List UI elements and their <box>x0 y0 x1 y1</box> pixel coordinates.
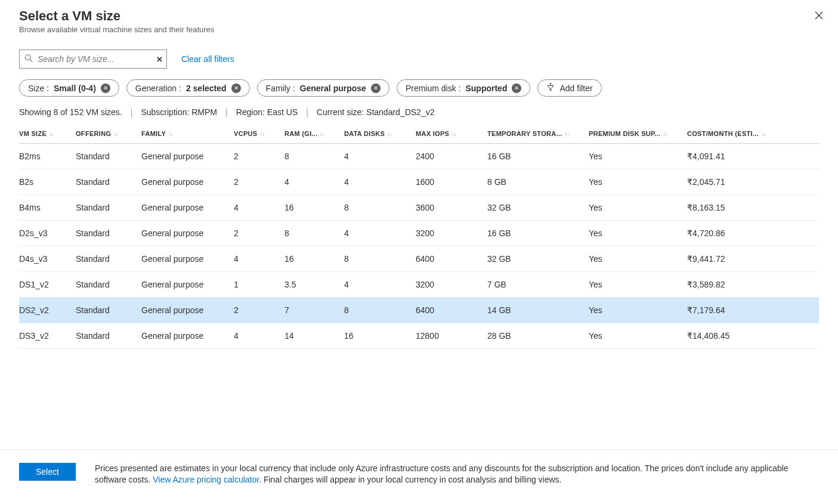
search-clear-button[interactable]: ✕ <box>156 55 163 64</box>
filter-pill[interactable]: Family : General purpose✕ <box>257 79 389 97</box>
filter-pill[interactable]: Generation : 2 selected✕ <box>126 79 250 97</box>
cell-temp: 32 GB <box>487 246 589 272</box>
cell-prem: Yes <box>589 272 687 298</box>
table-row[interactable]: D2s_v3StandardGeneral purpose284320016 G… <box>19 221 819 246</box>
column-header[interactable]: FAMILY↑↓ <box>141 124 234 144</box>
cell-offering: Standard <box>76 298 141 323</box>
cell-cost: ₹9,441.72 <box>687 246 819 272</box>
column-label: FAMILY <box>141 130 166 137</box>
showing-count: Showing 8 of 152 VM sizes. <box>19 107 122 117</box>
page-subtitle: Browse available virtual machine sizes a… <box>19 25 819 34</box>
filter-label: Premium disk : <box>406 84 461 93</box>
filter-row: Size : Small (0-4)✕Generation : 2 select… <box>0 69 838 97</box>
cell-prem: Yes <box>589 169 687 195</box>
cell-prem: Yes <box>589 323 687 349</box>
column-header[interactable]: COST/MONTH (ESTI...↑↓ <box>687 124 819 144</box>
close-icon <box>815 11 823 20</box>
cell-cost: ₹8,163.15 <box>687 195 819 221</box>
footer-disclaimer: Prices presented are estimates in your l… <box>95 463 819 486</box>
cell-ram: 8 <box>285 144 344 169</box>
column-label: RAM (GI... <box>285 130 318 137</box>
column-label: VM SIZE <box>19 130 47 137</box>
cell-disks: 4 <box>344 221 416 246</box>
sort-icon: ↑↓ <box>168 131 172 137</box>
cell-offering: Standard <box>76 323 141 349</box>
column-header[interactable]: MAX IOPS↑↓ <box>416 124 487 144</box>
cell-cost: ₹14,408.45 <box>687 323 819 349</box>
current-size-info: Current size: Standard_DS2_v2 <box>317 107 435 117</box>
cell-prem: Yes <box>589 195 687 221</box>
filter-pill[interactable]: Premium disk : Supported✕ <box>397 79 531 97</box>
vm-table-wrap[interactable]: VM SIZE↑↓OFFERING↑↓FAMILY↑↓VCPUS↑↓RAM (G… <box>0 124 838 449</box>
column-header[interactable]: RAM (GI...↑↓ <box>285 124 344 144</box>
select-button[interactable]: Select <box>19 463 76 481</box>
column-header[interactable]: OFFERING↑↓ <box>76 124 141 144</box>
cell-iops: 3200 <box>416 272 487 298</box>
cell-ram: 16 <box>285 246 344 272</box>
filter-label: Generation : <box>135 84 181 93</box>
search-input[interactable] <box>20 50 166 68</box>
cell-ram: 7 <box>285 298 344 323</box>
table-row[interactable]: B2msStandardGeneral purpose284240016 GBY… <box>19 144 819 169</box>
info-row: Showing 8 of 152 VM sizes. | Subscriptio… <box>0 97 838 124</box>
pricing-calculator-link[interactable]: View Azure pricing calculator. <box>153 475 261 484</box>
table-row[interactable]: DS2_v2StandardGeneral purpose278640014 G… <box>19 298 819 323</box>
cell-ram: 16 <box>285 195 344 221</box>
cell-disks: 4 <box>344 272 416 298</box>
cell-vmsize: D4s_v3 <box>19 246 76 272</box>
cell-offering: Standard <box>76 246 141 272</box>
column-header[interactable]: PREMIUM DISK SUP...↑↓ <box>589 124 687 144</box>
column-header[interactable]: TEMPORARY STORA...↑↓ <box>487 124 589 144</box>
clear-all-filters-link[interactable]: Clear all filters <box>181 54 234 64</box>
filter-remove-icon[interactable]: ✕ <box>231 84 241 93</box>
cell-vcpus: 2 <box>234 144 285 169</box>
cell-iops: 3600 <box>416 195 487 221</box>
table-row[interactable]: DS1_v2StandardGeneral purpose13.5432007 … <box>19 272 819 298</box>
cell-offering: Standard <box>76 272 141 298</box>
cell-ram: 4 <box>285 169 344 195</box>
cell-vcpus: 2 <box>234 169 285 195</box>
cell-disks: 16 <box>344 323 416 349</box>
cell-family: General purpose <box>141 195 234 221</box>
cell-disks: 8 <box>344 195 416 221</box>
sort-icon: ↑↓ <box>565 131 569 137</box>
table-row[interactable]: DS3_v2StandardGeneral purpose41416128002… <box>19 323 819 349</box>
cell-cost: ₹7,179.64 <box>687 298 819 323</box>
filter-remove-icon[interactable]: ✕ <box>371 84 381 93</box>
close-button[interactable] <box>812 8 826 23</box>
cell-family: General purpose <box>141 298 234 323</box>
column-header[interactable]: VM SIZE↑↓ <box>19 124 76 144</box>
cell-offering: Standard <box>76 195 141 221</box>
cell-family: General purpose <box>141 221 234 246</box>
cell-family: General purpose <box>141 323 234 349</box>
table-row[interactable]: D4s_v3StandardGeneral purpose4168640032 … <box>19 246 819 272</box>
column-header[interactable]: DATA DISKS↑↓ <box>344 124 416 144</box>
column-label: DATA DISKS <box>344 130 385 137</box>
sort-icon: ↑↓ <box>113 131 117 137</box>
panel-header: Select a VM size Browse available virtua… <box>0 0 838 40</box>
cell-temp: 32 GB <box>487 195 589 221</box>
add-filter-button[interactable]: Add filter <box>537 79 601 97</box>
sort-icon: ↑↓ <box>320 131 324 137</box>
column-header[interactable]: VCPUS↑↓ <box>234 124 285 144</box>
filter-remove-icon[interactable]: ✕ <box>101 84 110 93</box>
column-label: PREMIUM DISK SUP... <box>589 130 660 137</box>
table-row[interactable]: B2sStandardGeneral purpose24416008 GBYes… <box>19 169 819 195</box>
filter-value: General purpose <box>300 84 366 93</box>
cell-vmsize: DS1_v2 <box>19 272 76 298</box>
column-label: VCPUS <box>234 130 257 137</box>
cell-offering: Standard <box>76 221 141 246</box>
svg-point-0 <box>25 55 30 60</box>
search-box[interactable]: ✕ <box>19 50 167 69</box>
filter-value: Small (0-4) <box>54 84 96 93</box>
filter-remove-icon[interactable]: ✕ <box>512 84 521 93</box>
vm-size-table: VM SIZE↑↓OFFERING↑↓FAMILY↑↓VCPUS↑↓RAM (G… <box>19 124 819 349</box>
table-row[interactable]: B4msStandardGeneral purpose4168360032 GB… <box>19 195 819 221</box>
sort-icon: ↑↓ <box>761 131 765 137</box>
filter-pill[interactable]: Size : Small (0-4)✕ <box>19 79 119 97</box>
cell-temp: 16 GB <box>487 221 589 246</box>
cell-ram: 3.5 <box>285 272 344 298</box>
cell-temp: 14 GB <box>487 298 589 323</box>
sort-icon: ↑↓ <box>49 131 53 137</box>
cell-vcpus: 1 <box>234 272 285 298</box>
